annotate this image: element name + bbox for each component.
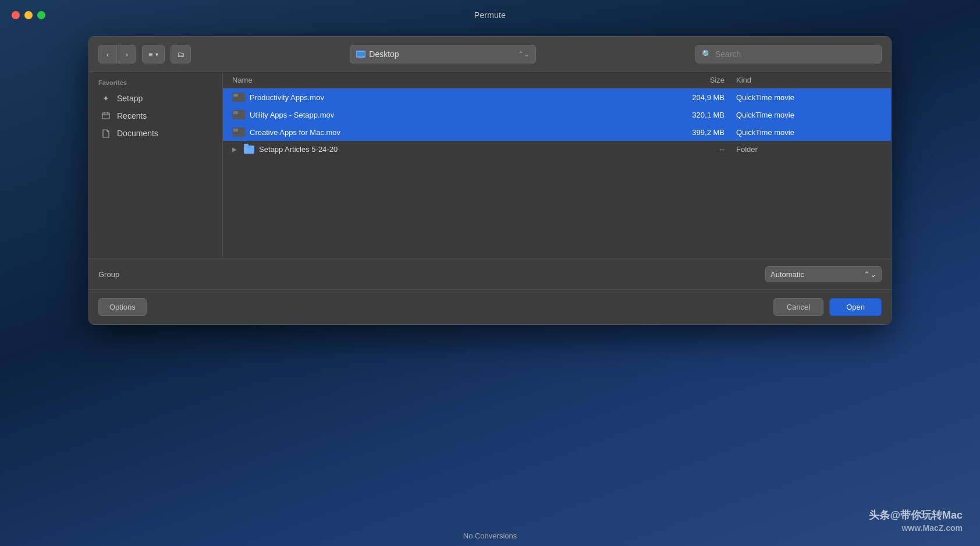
file-list-header: Name Size Kind (223, 72, 891, 88)
folder-file-icon (244, 146, 254, 154)
table-row[interactable]: Utility Apps - Setapp.mov 320,1 MB Quick… (223, 106, 891, 123)
list-view-icon: ≡ (148, 50, 153, 59)
chevron-left-icon: ‹ (106, 50, 109, 59)
file-name: Creative Apps for Mac.mov (232, 127, 620, 137)
file-size: -- (620, 145, 736, 154)
content-area: Favorites ✦ Setapp Recents (89, 72, 891, 258)
cancel-button[interactable]: Cancel (773, 298, 823, 316)
mov-file-icon (232, 110, 245, 119)
table-row[interactable]: ▶ Setapp Articles 5-24-20 -- Folder (223, 141, 891, 158)
nav-group: ‹ › (98, 45, 136, 63)
close-button[interactable] (12, 11, 20, 19)
status-text: No Conversions (463, 531, 517, 540)
sidebar-item-setapp[interactable]: ✦ Setapp (91, 90, 220, 107)
svg-rect-2 (102, 113, 109, 119)
file-size: 320,1 MB (620, 111, 736, 119)
title-bar: Permute (0, 0, 980, 30)
watermark-line2: www.MacZ.com (869, 523, 963, 534)
file-kind: Folder (736, 145, 882, 154)
action-bar: Options Cancel Open (89, 289, 891, 324)
file-kind: QuickTime movie (736, 111, 882, 119)
back-button[interactable]: ‹ (98, 45, 117, 63)
options-button[interactable]: Options (98, 298, 147, 316)
minimize-button[interactable] (24, 11, 33, 19)
search-input[interactable] (715, 49, 875, 59)
group-value: Automatic (770, 270, 804, 279)
bottom-bar: Group Automatic ⌃⌄ (89, 258, 891, 289)
status-bar: No Conversions (0, 531, 980, 540)
location-picker[interactable]: Desktop ⌃⌄ (350, 45, 536, 63)
search-icon: 🔍 (702, 49, 712, 59)
group-label: Group (98, 270, 119, 279)
svg-rect-1 (357, 52, 365, 56)
recents-icon (101, 111, 111, 121)
sidebar-item-recents-label: Recents (117, 111, 147, 120)
open-button[interactable]: Open (829, 298, 882, 316)
file-list-container: Name Size Kind Productivity Apps.mov 204… (223, 72, 891, 258)
table-row[interactable]: Productivity Apps.mov 204,9 MB QuickTime… (223, 88, 891, 106)
file-name: Utility Apps - Setapp.mov (232, 110, 620, 119)
col-header-name: Name (232, 76, 620, 84)
watermark-line1: 头条@带你玩转Mac (869, 508, 963, 523)
window-controls (12, 11, 45, 19)
file-size: 204,9 MB (620, 93, 736, 102)
expand-arrow-icon: ▶ (232, 146, 237, 153)
sidebar-section-label: Favorites (89, 79, 222, 90)
group-dropdown[interactable]: Automatic ⌃⌄ (765, 266, 882, 282)
col-header-size: Size (620, 76, 736, 84)
sidebar-item-documents-label: Documents (117, 129, 158, 138)
sidebar-item-documents[interactable]: Documents (91, 125, 220, 142)
chevron-updown-icon: ⌃⌄ (518, 50, 530, 58)
new-folder-button[interactable]: 🗂 (171, 45, 191, 63)
view-button[interactable]: ≡ ▾ (142, 45, 165, 63)
mov-file-icon (232, 127, 245, 137)
window-title: Permute (474, 10, 506, 20)
toolbar: ‹ › ≡ ▾ 🗂 Desktop (89, 37, 891, 72)
dropdown-arrow-icon: ▾ (155, 51, 158, 58)
col-header-kind: Kind (736, 76, 882, 84)
search-box: 🔍 (695, 45, 882, 63)
file-name: ▶ Setapp Articles 5-24-20 (232, 145, 620, 154)
dropdown-chevron-icon: ⌃⌄ (864, 270, 876, 279)
action-buttons: Cancel Open (773, 298, 882, 316)
location-label: Desktop (369, 49, 399, 59)
file-kind: QuickTime movie (736, 93, 882, 102)
location-inner: Desktop (356, 49, 399, 59)
watermark: 头条@带你玩转Mac www.MacZ.com (869, 508, 963, 534)
sidebar-item-setapp-label: Setapp (117, 94, 143, 103)
folder-icon: 🗂 (177, 50, 184, 59)
setapp-icon: ✦ (101, 93, 111, 104)
mov-file-icon (232, 93, 245, 102)
documents-icon (101, 128, 111, 139)
forward-button[interactable]: › (118, 45, 136, 63)
chevron-right-icon: › (126, 50, 128, 59)
sidebar-item-recents[interactable]: Recents (91, 107, 220, 125)
desktop-icon (356, 51, 365, 58)
maximize-button[interactable] (37, 11, 45, 19)
file-name: Productivity Apps.mov (232, 93, 620, 102)
file-picker-dialog: ‹ › ≡ ▾ 🗂 Desktop (88, 36, 892, 325)
group-section: Group (98, 270, 119, 279)
file-size: 399,2 MB (620, 128, 736, 137)
table-row[interactable]: Creative Apps for Mac.mov 399,2 MB Quick… (223, 123, 891, 141)
sidebar: Favorites ✦ Setapp Recents (89, 72, 223, 258)
file-kind: QuickTime movie (736, 128, 882, 137)
